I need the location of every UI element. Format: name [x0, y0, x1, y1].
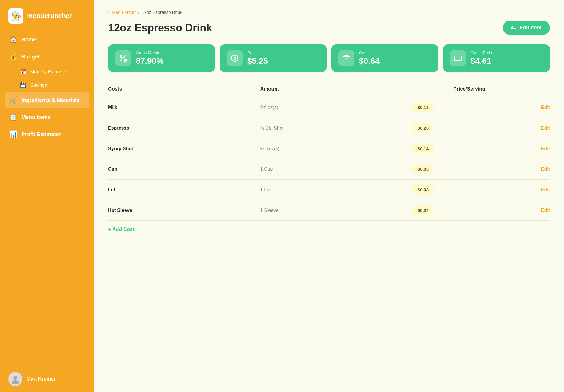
sidebar-item-menu-items[interactable]: 📋 Menu Items — [5, 109, 89, 125]
svg-point-1 — [12, 380, 19, 384]
home-icon: 🏠 — [9, 36, 17, 43]
gross-margin-icon — [115, 50, 131, 66]
sidebar-item-monthly-expenses[interactable]: 📅 Monthly Expenses — [5, 66, 89, 78]
cost-name-espresso: Espresso — [108, 125, 260, 131]
monthly-expenses-label: Monthly Expenses — [30, 69, 69, 75]
edit-milk-button[interactable]: Edit — [526, 105, 550, 110]
gross-profit-label: Gross Profit — [471, 51, 492, 55]
cost-price-milk: $0.18 — [412, 103, 526, 112]
svg-rect-3 — [124, 59, 127, 62]
calendar-icon: 📅 — [20, 69, 26, 75]
cost-amount-hotsleeve: 1 Sleeve — [260, 208, 412, 213]
edit-lid-button[interactable]: Edit — [526, 187, 550, 192]
gross-profit-content: Gross Profit $4.61 — [471, 51, 492, 66]
price-icon: $ — [227, 50, 243, 66]
sidebar-item-profit-label: Profit Estimator — [21, 131, 61, 138]
costs-table-header: Costs Amount Price/Serving — [108, 83, 550, 96]
sidebar-item-menu-items-label: Menu Items — [21, 114, 51, 120]
cost-amount-cup: 1 Cup — [260, 167, 412, 172]
edit-item-icon: 🏷 — [511, 25, 516, 31]
cost-name-syrup: Syrup Shot — [108, 146, 260, 151]
ingredients-icon: 🛒 — [9, 96, 17, 104]
breadcrumb-separator: / — [138, 10, 139, 15]
logo-text: menucruncher — [27, 12, 72, 20]
add-cost-button[interactable]: + Add Cost — [108, 221, 135, 232]
svg-text:$: $ — [234, 56, 236, 61]
stat-cards: Gross Margin 87.90% $ Price $5.25 — [108, 44, 550, 72]
breadcrumb-current: 12oz Espresso Drink — [142, 10, 182, 15]
sidebar-item-savings[interactable]: 💾 Savings — [5, 79, 89, 91]
sidebar-footer: Matt Kremer — [0, 366, 94, 392]
column-actions — [526, 86, 550, 92]
cost-content: Cost $0.64 — [359, 51, 380, 66]
cost-name-cup: Cup — [108, 167, 260, 172]
cost-price-espresso: $0.20 — [412, 124, 526, 132]
stat-card-gross-margin: Gross Margin 87.90% — [108, 44, 215, 72]
savings-label: Savings — [30, 83, 47, 88]
cost-name-milk: Milk — [108, 105, 260, 110]
menu-items-icon: 📋 — [9, 113, 17, 121]
sidebar-item-budget[interactable]: 💰 Budget — [5, 49, 89, 65]
gross-profit-icon — [450, 50, 466, 66]
svg-point-0 — [13, 376, 17, 380]
gross-profit-value: $4.61 — [471, 56, 492, 66]
svg-rect-2 — [120, 55, 122, 58]
cost-price-hotsleeve: $0.04 — [412, 206, 526, 215]
page-header: 12oz Espresso Drink 🏷 Edit Item — [108, 21, 550, 35]
edit-item-label: Edit Item — [519, 25, 542, 31]
logo-icon: 👨‍🍳 — [8, 8, 24, 24]
table-row: Syrup Shot ½ fl oz(s) $0.14 Edit — [108, 138, 550, 159]
gross-margin-content: Gross Margin 87.90% — [136, 51, 164, 66]
table-row: Cup 1 Cup $0.05 Edit — [108, 159, 550, 180]
edit-item-button[interactable]: 🏷 Edit Item — [503, 21, 550, 35]
costs-table: Costs Amount Price/Serving Milk 9 fl oz(… — [108, 83, 550, 232]
cost-price-syrup: $0.14 — [412, 144, 526, 153]
price-content: Price $5.25 — [247, 51, 268, 66]
sidebar-item-home[interactable]: 🏠 Home — [5, 32, 89, 48]
sidebar-item-profit-estimator[interactable]: 📊 Profit Estimator — [5, 126, 89, 142]
sidebar-nav: 🏠 Home 💰 Budget 📅 Monthly Expenses 💾 Sav… — [0, 29, 94, 366]
breadcrumb: ‹ Menu Pricer / 12oz Espresso Drink — [108, 9, 550, 15]
sidebar-logo: 👨‍🍳 menucruncher — [0, 0, 94, 29]
stat-card-cost: Cost $0.64 — [331, 44, 438, 72]
column-price-serving: Price/Serving — [412, 86, 526, 92]
profit-icon: 📊 — [9, 130, 17, 138]
price-value: $5.25 — [247, 56, 268, 66]
cost-label: Cost — [359, 51, 380, 55]
table-row: Milk 9 fl oz(s) $0.18 Edit — [108, 97, 550, 118]
sidebar-item-home-label: Home — [21, 37, 36, 43]
edit-hotsleeve-button[interactable]: Edit — [526, 208, 550, 213]
svg-point-8 — [346, 58, 347, 59]
gross-margin-label: Gross Margin — [136, 51, 164, 55]
cost-name-hotsleeve: Hot Sleeve — [108, 208, 260, 213]
cost-icon — [338, 50, 354, 66]
cost-amount-milk: 9 fl oz(s) — [260, 105, 412, 110]
breadcrumb-arrow: ‹ — [108, 9, 110, 15]
cost-price-lid: $0.03 — [412, 185, 526, 194]
sidebar: 👨‍🍳 menucruncher 🏠 Home 💰 Budget 📅 Month… — [0, 0, 94, 392]
price-label: Price — [247, 51, 268, 55]
cost-name-lid: Lid — [108, 187, 260, 192]
cost-amount-espresso: ½ Dbl Shot — [260, 125, 412, 131]
edit-cup-button[interactable]: Edit — [526, 167, 550, 172]
sidebar-item-ingredients[interactable]: 🛒 Ingredients & Materials — [5, 92, 89, 108]
sidebar-item-budget-label: Budget — [21, 54, 40, 60]
cost-amount-syrup: ½ fl oz(s) — [260, 146, 412, 151]
main-content: ‹ Menu Pricer / 12oz Espresso Drink 12oz… — [94, 0, 564, 392]
column-costs: Costs — [108, 86, 260, 92]
edit-syrup-button[interactable]: Edit — [526, 146, 550, 151]
table-row: Lid 1 Lid $0.03 Edit — [108, 180, 550, 200]
user-name: Matt Kremer — [26, 376, 56, 382]
user-avatar — [8, 372, 22, 386]
breadcrumb-parent[interactable]: Menu Pricer — [112, 10, 136, 15]
cost-amount-lid: 1 Lid — [260, 187, 412, 192]
table-row: Hot Sleeve 1 Sleeve $0.04 Edit — [108, 200, 550, 221]
gross-margin-value: 87.90% — [136, 56, 164, 66]
budget-icon: 💰 — [9, 53, 17, 61]
page-title: 12oz Espresso Drink — [108, 22, 212, 34]
cost-value: $0.64 — [359, 56, 380, 66]
cost-price-cup: $0.05 — [412, 165, 526, 173]
column-amount: Amount — [260, 86, 412, 92]
edit-espresso-button[interactable]: Edit — [526, 125, 550, 131]
savings-icon: 💾 — [20, 82, 26, 88]
